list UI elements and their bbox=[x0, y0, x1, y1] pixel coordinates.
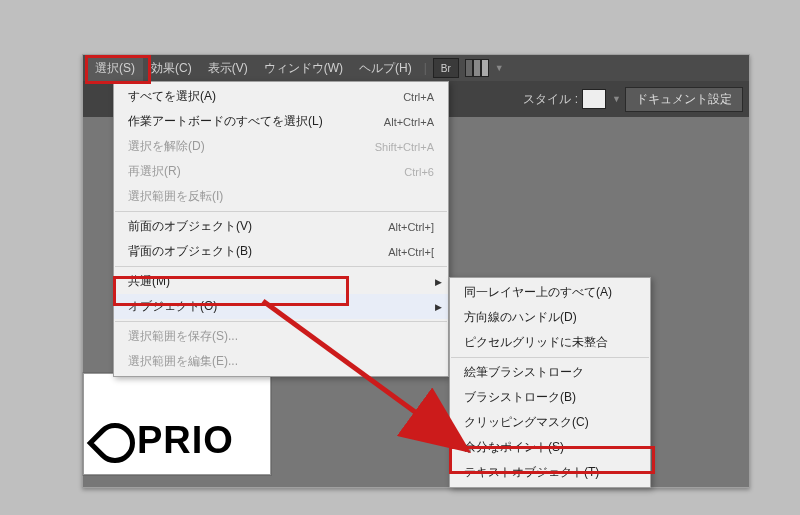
menu-reselect: 再選択(R)Ctrl+6 bbox=[114, 159, 448, 184]
submenu-brush-stroke[interactable]: ブラシストローク(B) bbox=[450, 385, 650, 410]
submenu-clipping-mask[interactable]: クリッピングマスク(C) bbox=[450, 410, 650, 435]
submenu-stray-points[interactable]: 余分なポイント(S) bbox=[450, 435, 650, 460]
object-submenu: 同一レイヤー上のすべて(A) 方向線のハンドル(D) ピクセルグリッドに未整合 … bbox=[449, 277, 651, 488]
submenu-direction-handles[interactable]: 方向線のハンドル(D) bbox=[450, 305, 650, 330]
submenu-pixel-grid[interactable]: ピクセルグリッドに未整合 bbox=[450, 330, 650, 355]
menu-divider bbox=[115, 266, 447, 267]
select-menu-dropdown: すべてを選択(A)Ctrl+A 作業アートボードのすべてを選択(L)Alt+Ct… bbox=[113, 81, 449, 377]
submenu-arrow-icon: ▶ bbox=[435, 302, 442, 312]
menu-all-artboard[interactable]: 作業アートボードのすべてを選択(L)Alt+Ctrl+A bbox=[114, 109, 448, 134]
submenu-text-objects[interactable]: テキストオブジェクト(T) bbox=[450, 460, 650, 485]
menu-help[interactable]: ヘルプ(H) bbox=[351, 56, 420, 81]
style-swatch[interactable] bbox=[582, 89, 606, 109]
menu-effect[interactable]: 効果(C) bbox=[143, 56, 200, 81]
menu-edit-selection: 選択範囲を編集(E)... bbox=[114, 349, 448, 374]
document-setup-button[interactable]: ドキュメント設定 bbox=[625, 87, 743, 112]
menu-divider bbox=[115, 321, 447, 322]
placed-text-object[interactable]: PRIO bbox=[95, 419, 234, 463]
menu-same[interactable]: 共通(M)▶ bbox=[114, 269, 448, 294]
menu-view[interactable]: 表示(V) bbox=[200, 56, 256, 81]
menu-next-above[interactable]: 前面のオブジェクト(V)Alt+Ctrl+] bbox=[114, 214, 448, 239]
submenu-arrow-icon: ▶ bbox=[435, 277, 442, 287]
chevron-down-icon: ▼ bbox=[495, 63, 504, 73]
menu-select[interactable]: 選択(S) bbox=[87, 56, 143, 81]
menu-window[interactable]: ウィンドウ(W) bbox=[256, 56, 351, 81]
submenu-same-layer[interactable]: 同一レイヤー上のすべて(A) bbox=[450, 280, 650, 305]
menubar: 選択(S) 効果(C) 表示(V) ウィンドウ(W) ヘルプ(H) | Br ▼ bbox=[83, 55, 749, 81]
menu-deselect: 選択を解除(D)Shift+Ctrl+A bbox=[114, 134, 448, 159]
chevron-down-icon: ▼ bbox=[612, 94, 621, 104]
logo-glyph-icon bbox=[87, 415, 144, 472]
menu-inverse: 選択範囲を反転(I) bbox=[114, 184, 448, 209]
bridge-button[interactable]: Br bbox=[433, 58, 459, 78]
menu-divider bbox=[115, 211, 447, 212]
submenu-bristle-brush[interactable]: 絵筆ブラシストローク bbox=[450, 360, 650, 385]
screen-mode-toggle[interactable] bbox=[465, 59, 489, 77]
menubar-separator: | bbox=[424, 61, 427, 75]
menu-save-selection: 選択範囲を保存(S)... bbox=[114, 324, 448, 349]
style-label: スタイル : bbox=[523, 91, 578, 108]
app-window: 選択(S) 効果(C) 表示(V) ウィンドウ(W) ヘルプ(H) | Br ▼… bbox=[82, 54, 750, 488]
menu-next-below[interactable]: 背面のオブジェクト(B)Alt+Ctrl+[ bbox=[114, 239, 448, 264]
menu-all[interactable]: すべてを選択(A)Ctrl+A bbox=[114, 84, 448, 109]
menu-object[interactable]: オブジェクト(O)▶ bbox=[114, 294, 448, 319]
menu-divider bbox=[451, 357, 649, 358]
